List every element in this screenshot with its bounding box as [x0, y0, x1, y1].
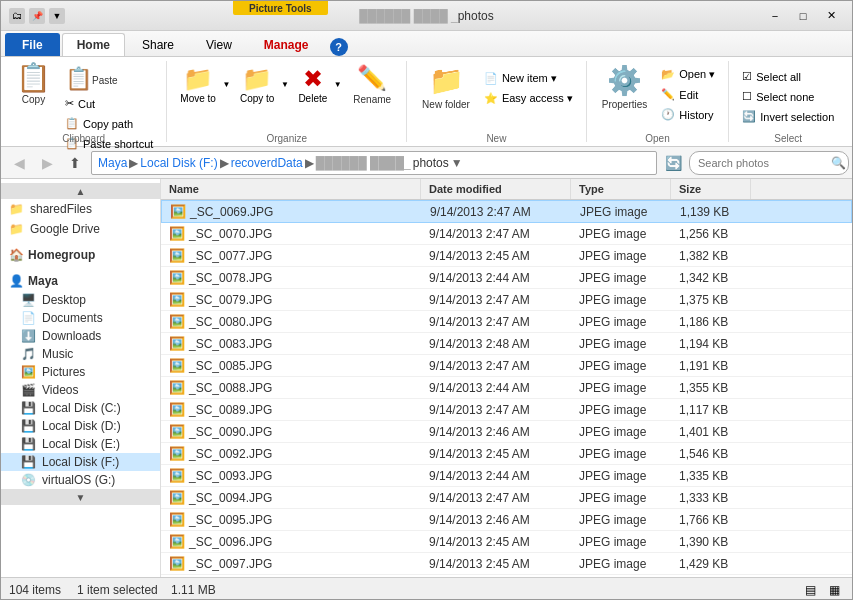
copy-button[interactable]: 📋 Copy — [9, 61, 58, 108]
sidebar-item-videos[interactable]: 🎬 Videos — [1, 381, 160, 399]
edit-button[interactable]: ✏️ Edit — [656, 85, 720, 104]
picture-tools-header: Picture Tools — [233, 1, 328, 15]
col-header-type[interactable]: Type — [571, 179, 671, 199]
open-buttons: ⚙️ Properties 📂 Open ▾ ✏️ Edit 🕐 History — [595, 61, 721, 128]
pin-icon[interactable]: 📌 — [29, 8, 45, 24]
path-segment-disk[interactable]: Local Disk (F:) — [140, 156, 217, 170]
file-row[interactable]: 🖼️_SC_0088.JPG 9/14/2013 2:44 AM JPEG im… — [161, 377, 852, 399]
file-row[interactable]: 🖼️_SC_0090.JPG 9/14/2013 2:46 AM JPEG im… — [161, 421, 852, 443]
refresh-button[interactable]: 🔄 — [661, 151, 685, 175]
sidebar-item-virtual-os[interactable]: 💿 virtualOS (G:) — [1, 471, 160, 489]
cut-button[interactable]: ✂ Cut — [60, 94, 158, 113]
sidebar-scroll-down[interactable]: ▼ — [1, 489, 160, 505]
delete-dropdown[interactable]: ▼ — [332, 61, 344, 107]
new-folder-button[interactable]: 📁 New folder — [415, 61, 477, 113]
file-row[interactable]: 🖼️_SC_0092.JPG 9/14/2013 2:45 AM JPEG im… — [161, 443, 852, 465]
back-button[interactable]: ◀ — [7, 151, 31, 175]
path-segment-recoverd[interactable]: recoverdData — [231, 156, 303, 170]
col-header-size[interactable]: Size — [671, 179, 751, 199]
tab-share[interactable]: Share — [127, 33, 189, 56]
file-row[interactable]: 🖼️_SC_0083.JPG 9/14/2013 2:48 AM JPEG im… — [161, 333, 852, 355]
select-all-button[interactable]: ☑ Select all — [737, 67, 839, 86]
sidebar-item-documents[interactable]: 📄 Documents — [1, 309, 160, 327]
window-controls[interactable]: − □ ✕ — [762, 6, 844, 26]
close-button[interactable]: ✕ — [818, 6, 844, 26]
new-buttons: 📁 New folder 📄 New item ▾ ⭐ Easy access … — [415, 61, 578, 128]
paste-button[interactable]: 📋 Paste — [60, 65, 158, 93]
quick-access-icon[interactable]: ▼ — [49, 8, 65, 24]
address-path[interactable]: Maya ▶ Local Disk (F:) ▶ recoverdData ▶ … — [91, 151, 657, 175]
copy-path-button[interactable]: 📋 Copy path — [60, 114, 158, 133]
sidebar-item-homegroup[interactable]: 🏠 Homegroup — [1, 245, 160, 265]
file-row[interactable]: 🖼️_SC_0097.JPG 9/14/2013 2:45 AM JPEG im… — [161, 553, 852, 575]
sidebar-item-local-c[interactable]: 💾 Local Disk (C:) — [1, 399, 160, 417]
easy-access-button[interactable]: ⭐ Easy access ▾ — [479, 89, 578, 108]
main-area: ▲ 📁 sharedFiles 📁 Google Drive 🏠 Homegro… — [1, 179, 852, 577]
sidebar-item-maya[interactable]: 👤 Maya — [1, 271, 160, 291]
moveto-button[interactable]: 📁 Move to — [175, 62, 221, 107]
details-view-button[interactable]: ▤ — [800, 581, 820, 599]
maximize-button[interactable]: □ — [790, 6, 816, 26]
sidebar-scroll-up[interactable]: ▲ — [1, 183, 160, 199]
tab-manage[interactable]: Manage — [249, 33, 324, 56]
file-icon: 🖼️ — [169, 226, 185, 241]
sidebar-item-music[interactable]: 🎵 Music — [1, 345, 160, 363]
delete-button[interactable]: ✖ Delete — [293, 62, 332, 107]
copyto-dropdown[interactable]: ▼ — [279, 61, 291, 107]
moveto-dropdown[interactable]: ▼ — [221, 61, 233, 107]
invert-selection-button[interactable]: 🔄 Invert selection — [737, 107, 839, 126]
sidebar-item-local-e[interactable]: 💾 Local Disk (E:) — [1, 435, 160, 453]
easy-access-icon: ⭐ — [484, 92, 498, 105]
file-row[interactable]: 🖼️_SC_0077.JPG 9/14/2013 2:45 AM JPEG im… — [161, 245, 852, 267]
col-header-name[interactable]: Name — [161, 179, 421, 199]
path-segment-maya[interactable]: Maya — [98, 156, 127, 170]
sidebar-item-local-d[interactable]: 💾 Local Disk (D:) — [1, 417, 160, 435]
tab-view[interactable]: View — [191, 33, 247, 56]
properties-button[interactable]: ⚙️ Properties — [595, 61, 655, 113]
file-row[interactable]: 🖼️_SC_0070.JPG 9/14/2013 2:47 AM JPEG im… — [161, 223, 852, 245]
ribbon-group-open: ⚙️ Properties 📂 Open ▾ ✏️ Edit 🕐 History — [587, 61, 730, 142]
sidebar-item-downloads[interactable]: ⬇️ Downloads — [1, 327, 160, 345]
shared-icon: 📁 — [9, 202, 24, 216]
tab-home[interactable]: Home — [62, 33, 125, 56]
sidebar-item-desktop[interactable]: 🖥️ Desktop — [1, 291, 160, 309]
file-row[interactable]: 🖼️_SC_0093.JPG 9/14/2013 2:44 AM JPEG im… — [161, 465, 852, 487]
file-row[interactable]: 🖼️_SC_0085.JPG 9/14/2013 2:47 AM JPEG im… — [161, 355, 852, 377]
file-row[interactable]: 🖼️_SC_0069.JPG 9/14/2013 2:47 AM JPEG im… — [161, 200, 852, 223]
file-icon: 🖼️ — [169, 336, 185, 351]
copyto-button[interactable]: 📁 Copy to — [235, 62, 279, 107]
up-button[interactable]: ⬆ — [63, 151, 87, 175]
file-row[interactable]: 🖼️_SC_0079.JPG 9/14/2013 2:47 AM JPEG im… — [161, 289, 852, 311]
copyto-icon: 📁 — [242, 65, 272, 93]
open-button[interactable]: 📂 Open ▾ — [656, 65, 720, 84]
forward-button[interactable]: ▶ — [35, 151, 59, 175]
sidebar-item-local-f[interactable]: 💾 Local Disk (F:) — [1, 453, 160, 471]
new-item-button[interactable]: 📄 New item ▾ — [479, 69, 578, 88]
col-header-date[interactable]: Date modified — [421, 179, 571, 199]
status-bar: 104 items 1 item selected 1.11 MB ▤ ▦ — [1, 577, 852, 600]
history-button[interactable]: 🕐 History — [656, 105, 720, 124]
file-row[interactable]: 🖼️_SC_0096.JPG 9/14/2013 2:45 AM JPEG im… — [161, 531, 852, 553]
help-button[interactable]: ? — [330, 38, 348, 56]
sidebar-item-shared[interactable]: 📁 sharedFiles — [1, 199, 160, 219]
sidebar-item-google-drive[interactable]: 📁 Google Drive — [1, 219, 160, 239]
select-none-button[interactable]: ☐ Select none — [737, 87, 839, 106]
file-row[interactable]: 🖼️_SC_0095.JPG 9/14/2013 2:46 AM JPEG im… — [161, 509, 852, 531]
tiles-view-button[interactable]: ▦ — [824, 581, 844, 599]
copy-icon: 📋 — [16, 64, 51, 92]
select-buttons: ☑ Select all ☐ Select none 🔄 Invert sele… — [737, 61, 839, 126]
ribbon-group-new: 📁 New folder 📄 New item ▾ ⭐ Easy access … — [407, 61, 587, 142]
file-row[interactable]: 🖼️_SC_0089.JPG 9/14/2013 2:47 AM JPEG im… — [161, 399, 852, 421]
view-buttons: ▤ ▦ — [800, 581, 844, 599]
file-row[interactable]: 🖼️_SC_0080.JPG 9/14/2013 2:47 AM JPEG im… — [161, 311, 852, 333]
file-row[interactable]: 🖼️_SC_0094.JPG 9/14/2013 2:47 AM JPEG im… — [161, 487, 852, 509]
tab-file[interactable]: File — [5, 33, 60, 56]
file-row[interactable]: 🖼️_SC_0078.JPG 9/14/2013 2:44 AM JPEG im… — [161, 267, 852, 289]
window-title: ██████ ████ _photos — [359, 9, 493, 23]
properties-icon: ⚙️ — [607, 64, 642, 97]
minimize-button[interactable]: − — [762, 6, 788, 26]
rename-button[interactable]: ✏️ Rename — [346, 61, 398, 108]
search-input[interactable] — [689, 151, 849, 175]
sidebar-item-pictures[interactable]: 🖼️ Pictures — [1, 363, 160, 381]
file-icon: 🖼️ — [169, 402, 185, 417]
